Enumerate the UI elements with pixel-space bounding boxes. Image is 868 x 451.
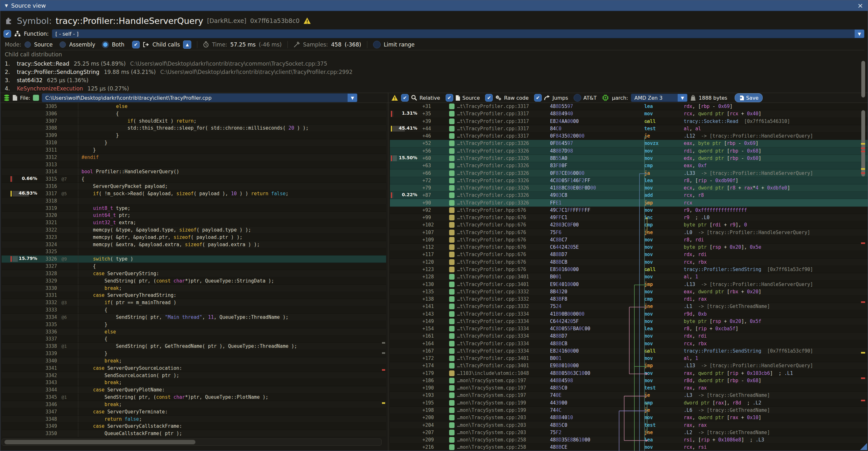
- source-line-row[interactable]: 3350 QueueCallstackFrame( ptr );: [2, 430, 386, 437]
- child-calls-up-button[interactable]: ▲: [183, 40, 191, 49]
- source-line-row[interactable]: 3306 {: [2, 110, 386, 118]
- source-line-row[interactable]: 3312#endif: [2, 154, 386, 161]
- asm-instruction-row[interactable]: +107…t\TracyProfiler.hpp:67675F6jne.L0 -…: [390, 229, 868, 236]
- source-line-row[interactable]: 0.66%3315@7{: [2, 176, 386, 183]
- assembly-vertical-scrollbar[interactable]: [861, 13, 866, 449]
- source-line-row[interactable]: 3331 case ServerQueryThreadString:: [2, 292, 386, 299]
- asm-instruction-row[interactable]: +149…t\TracyProfiler.cpp:3334C64424205Fm…: [390, 318, 868, 325]
- limit-range-checkbox[interactable]: [373, 41, 381, 49]
- asm-instruction-row[interactable]: +112…t\TracyProfiler.hpp:676C64424205Emo…: [390, 244, 868, 251]
- source-line-row[interactable]: 3310 }: [2, 139, 386, 147]
- source-horizontal-scrollbar[interactable]: [2, 439, 382, 446]
- save-button[interactable]: Save: [735, 93, 763, 102]
- source-line-row[interactable]: 15.79%3326@9 switch( type ): [2, 255, 386, 263]
- source-line-row[interactable]: 3316 ServerQueryPacket payload;: [2, 183, 386, 190]
- source-scrollbar-marks[interactable]: [382, 103, 385, 437]
- asm-instruction-row[interactable]: +204…mon\TracySystem.cpp:2034885C0testra…: [390, 421, 868, 429]
- child-call-row[interactable]: 3.stat64i32625 µs (1.36%): [5, 76, 865, 84]
- source-line-row[interactable]: 3344 case ServerQueryPlotName:: [2, 386, 386, 394]
- source-line-row[interactable]: 46.93%3317@5 if( !m_sock->Read( &payload…: [2, 190, 386, 198]
- source-line-row[interactable]: 3337 {: [2, 336, 386, 343]
- source-line-row[interactable]: 3336 else: [2, 328, 386, 336]
- child-call-row[interactable]: 1.tracy::Socket::Read25.25 ms (54.89%)C:…: [5, 60, 865, 68]
- source-line-row[interactable]: 3345@1 SendString( ptr, (const char*)ptr…: [2, 394, 386, 401]
- source-line-row[interactable]: 3313: [2, 161, 386, 169]
- source-line-row[interactable]: 3319 uint8_t type;: [2, 205, 386, 212]
- source-line-row[interactable]: 3311 }: [2, 147, 386, 154]
- asm-instruction-row[interactable]: +190…mon\TracySystem.cpp:1974885C0testra…: [390, 385, 868, 392]
- asm-instruction-row[interactable]: +39…t\TracyProfiler.cpp:3317E824AA0000ca…: [390, 118, 868, 125]
- source-line-row[interactable]: 3305 else: [2, 103, 386, 110]
- scrollbar-thumb[interactable]: [861, 61, 865, 97]
- asm-instruction-row[interactable]: +46…t\TracyProfiler.cpp:33170F8435020000…: [390, 132, 868, 140]
- function-checkbox[interactable]: ✔: [3, 30, 11, 38]
- source-line-row[interactable]: 3341 case ServerQuerySourceLocation:: [2, 365, 386, 372]
- source-line-row[interactable]: 3339 }: [2, 350, 386, 357]
- asm-instruction-row[interactable]: +209…mon\TracySystem.cpp:258488D35E88610…: [390, 437, 868, 444]
- collapse-icon[interactable]: ▼: [5, 3, 8, 8]
- source-line-row[interactable]: 3314bool Profiler::HandleServerQuery(): [2, 168, 386, 176]
- asm-instruction-row[interactable]: +79…t\TracyProfiler.cpp:3326418B8C80E0BF…: [390, 184, 868, 192]
- asm-instruction-row[interactable]: +128…t\TracyProfiler.cpp:3401B001moval, …: [390, 273, 868, 280]
- source-line-row[interactable]: 3342 SendSourceLocation( ptr );: [2, 372, 386, 379]
- source-line-row[interactable]: 3327 {: [2, 263, 386, 270]
- asm-instruction-row[interactable]: 1.31%+35…t\TracyProfiler.cpp:3317488B494…: [390, 110, 868, 118]
- asm-instruction-row[interactable]: +120…t\TracyProfiler.hpp:676488BCBmovrcx…: [390, 259, 868, 266]
- asm-instruction-row[interactable]: 0.22%+87…t\TracyProfiler.cpp:33264903C8a…: [390, 192, 868, 199]
- asm-instruction-row[interactable]: +52…t\TracyProfiler.cpp:33260FB64597movz…: [390, 140, 868, 147]
- asm-instruction-row[interactable]: +198…mon\TracySystem.cpp:199744Cje.L6 ->…: [390, 407, 868, 414]
- source-line-row[interactable]: 3338@1 SendString( ptr, GetThreadName( p…: [2, 343, 386, 350]
- source-line-row[interactable]: 3307 if( shouldExit ) return;: [2, 118, 386, 125]
- radio-both[interactable]: [102, 41, 108, 48]
- asm-instruction-row[interactable]: +109…t\TracyProfiler.hpp:6764C8BC7movr8,…: [390, 236, 868, 244]
- source-line-row[interactable]: 3323 memcpy( &ptr, &payload.ptr, sizeof(…: [2, 234, 386, 241]
- source-line-row[interactable]: 3335 }: [2, 321, 386, 328]
- source-line-row[interactable]: 3330 break;: [2, 285, 386, 292]
- source-line-row[interactable]: 3346 break;: [2, 401, 386, 408]
- source-line-row[interactable]: 3329 SendString( ptr, (const char*)ptr, …: [2, 277, 386, 285]
- source-line-row[interactable]: 3334@6 SendString( ptr, "Main thread", 1…: [2, 314, 386, 321]
- asm-instruction-row[interactable]: +195…mon\TracySystem.cpp:199443900cmpdwo…: [390, 399, 868, 407]
- asm-instruction-row[interactable]: +179…1103\include\atomic:1048488B05B63C1…: [390, 370, 868, 377]
- source-line-row[interactable]: 3349 case ServerQueryCallstackFrame:: [2, 423, 386, 430]
- asm-instruction-row[interactable]: +186…mon\TracySystem.cpp:197448B4598movr…: [390, 377, 868, 385]
- source-line-row[interactable]: 3309 }: [2, 132, 386, 139]
- source-line-row[interactable]: 3328 case ServerQueryString:: [2, 270, 386, 277]
- asm-instruction-row[interactable]: +135…t\TracyProfiler.cpp:33328B4320movea…: [390, 288, 868, 296]
- file-combo-arrow-icon[interactable]: ▼: [348, 94, 357, 102]
- child-call-row[interactable]: 4.KeSynchronizeExecution125 µs (0.27%): [5, 84, 865, 92]
- asm-instruction-row[interactable]: +63…t\TracyProfiler.cpp:332683F80Fcmpeax…: [390, 162, 868, 170]
- asm-instruction-row[interactable]: +161…t\TracyProfiler.cpp:3334488BD7movrd…: [390, 332, 868, 340]
- radio-source[interactable]: [25, 41, 31, 48]
- asm-instruction-row[interactable]: +154…t\TracyProfiler.cpp:33344C8D055FBA0…: [390, 325, 868, 332]
- source-line-row[interactable]: 3333 {: [2, 306, 386, 314]
- asm-instruction-row[interactable]: +141…t\TracyProfiler.cpp:33327524jne.L1 …: [390, 303, 868, 310]
- asm-instruction-row[interactable]: +143…t\TracyProfiler.cpp:333441B90B00000…: [390, 310, 868, 318]
- asm-instruction-row[interactable]: +66…t\TracyProfiler.cpp:33260F87CE060000…: [390, 170, 868, 177]
- asm-instruction-row[interactable]: +130…t\TracyProfiler.cpp:3401E9E4010000j…: [390, 280, 868, 288]
- window-titlebar[interactable]: ▼ Source view ×: [0, 0, 868, 11]
- source-checkbox[interactable]: ✔: [445, 94, 453, 101]
- relative-checkbox[interactable]: ✔: [401, 94, 409, 101]
- source-line-row[interactable]: 3322 memcpy( &type, &payload.type, sizeo…: [2, 227, 386, 234]
- source-line-row[interactable]: 3325: [2, 248, 386, 256]
- asm-instruction-row[interactable]: +193…mon\TracySystem.cpp:197740Eje.L3 ->…: [390, 392, 868, 399]
- function-combo[interactable]: [ - self - ] ▼: [52, 29, 865, 38]
- asm-instruction-row[interactable]: 45.41%+44…t\TracyProfiler.cpp:331784C0te…: [390, 125, 868, 132]
- asm-instruction-row[interactable]: 15.50%+60…t\TracyProfiler.cpp:33268B55A0…: [390, 155, 868, 162]
- asm-instruction-row[interactable]: +167…t\TracyProfiler.cpp:3334E824160000c…: [390, 348, 868, 355]
- asm-instruction-row[interactable]: +56…t\TracyProfiler.cpp:3326488B7D98movr…: [390, 147, 868, 155]
- asm-instruction-row[interactable]: +117…t\TracyProfiler.hpp:676488BD7movrdx…: [390, 251, 868, 258]
- asm-instruction-row[interactable]: +138…t\TracyProfiler.cpp:3332483BF8cmprd…: [390, 296, 868, 303]
- source-line-row[interactable]: 3308 std::this_thread::sleep_for( std::c…: [2, 124, 386, 132]
- close-icon[interactable]: ×: [858, 3, 863, 9]
- child-calls-checkbox[interactable]: ✔: [132, 41, 140, 49]
- uarch-combo[interactable]: AMD Zen 3 ▼: [631, 94, 687, 102]
- radio-assembly[interactable]: [60, 41, 66, 48]
- child-call-row[interactable]: 2.tracy::Profiler::SendLongString19.88 m…: [5, 68, 865, 76]
- asm-instruction-row[interactable]: +90…t\TracyProfiler.cpp:3326FFE1jmprcx: [390, 199, 868, 206]
- asm-instruction-row[interactable]: +72…t\TracyProfiler.cpp:33264C8D05F146F2…: [390, 177, 868, 184]
- asm-instruction-row[interactable]: +31…t\TracyProfiler.cpp:3317488D5597lear…: [390, 103, 868, 110]
- source-line-row[interactable]: 3321 uint32_t extra;: [2, 219, 386, 227]
- source-line-row[interactable]: 3332@3 if( ptr == m_mainThread ): [2, 299, 386, 306]
